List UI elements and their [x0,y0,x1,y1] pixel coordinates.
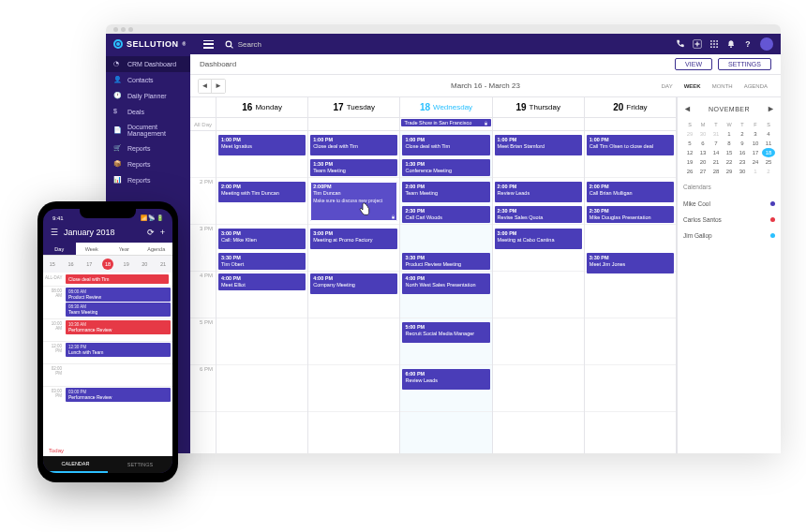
mini-day[interactable]: 14 [709,148,723,157]
calendar-event[interactable]: 3:30 PMTim Obert [218,253,306,270]
mini-day[interactable]: 29 [683,129,696,139]
mini-day[interactable]: 4 [762,129,775,139]
mini-day[interactable]: 7 [709,139,723,148]
user-avatar[interactable] [760,37,773,51]
phone-bottom-tab-settings[interactable]: SETTINGS [108,456,172,473]
mini-day[interactable]: 25 [762,157,775,167]
mini-day[interactable]: 27 [696,167,709,176]
calendar-event[interactable]: 3:00 PMCall: Mike Klien [218,229,306,249]
phone-day-17[interactable]: 17 [83,261,95,267]
calendar-event[interactable]: 1:00 PMMeet Ignatius [218,135,306,155]
menu-toggle-icon[interactable] [203,40,214,49]
mini-day[interactable]: 16 [736,148,749,157]
calendar-event[interactable]: 1:30 PMConference Meeting [402,159,489,176]
view-button[interactable]: VIEW [675,58,712,70]
phone-event[interactable]: 03:00 PMPerformance Review [66,388,171,402]
calendar-event[interactable]: 2:30 PMCall Carl Woods [402,206,489,223]
time-grid[interactable]: 2 PM3 PM4 PM5 PM6 PM 1:00 PMMeet Ignatiu… [190,131,677,453]
calendar-event[interactable]: 1:00 PMClose deal with Tim [402,135,489,155]
calendar-event[interactable]: 2:00 PMCall Brian Mulligan [587,182,674,202]
day-col-mon[interactable]: 1:00 PMMeet Ignatius2:00 PMMeeting with … [216,131,308,453]
phone-allday-event[interactable]: Close deal with Tim [66,274,169,284]
calendar-event[interactable]: 2:00 PMMeeting with Tim Duncan [218,182,306,202]
mini-day[interactable]: 13 [696,148,709,157]
allday-cell[interactable] [308,118,400,130]
mini-day[interactable]: 24 [749,157,762,167]
calendar-event[interactable]: 2:30 PMMike Douglas Presentation [587,206,674,223]
phone-add-icon[interactable]: + [160,228,165,237]
phone-day-20[interactable]: 20 [139,261,150,267]
mini-day[interactable]: 2 [736,129,749,139]
mini-day[interactable]: 22 [723,157,736,167]
calendar-event[interactable]: 2:00 PMReview Leads [495,182,582,202]
day-col-thu[interactable]: 1:00 PMMeet Brian Stamford2:00 PMReview … [493,131,585,453]
calendar-event[interactable]: 3:30 PMMeet Jim Jones [587,253,674,273]
mini-day[interactable]: 12 [683,148,696,157]
calendar-event[interactable]: 6:00 PMReview Leads [402,369,489,390]
phone-tab-day[interactable]: Day [43,243,76,255]
mini-day[interactable]: 3 [749,129,762,139]
calendar-event[interactable]: 3:00 PMMeeting at Cabo Cantina [495,229,582,249]
phone-today-link[interactable]: Today [43,445,172,456]
calendar-event[interactable]: 4:00 PMMeet Elliot [218,273,306,290]
settings-button[interactable]: SETTINGS [718,58,771,70]
prev-range-button[interactable]: ◄ [199,80,212,93]
calendar-event[interactable]: 3:30 PMProduct Review Meeting [402,253,489,270]
calendar-event[interactable]: 1:30 PMTeam Meeting [310,159,397,176]
mini-day[interactable]: 2 [762,167,775,176]
sidebar-item-deals[interactable]: $Deals [106,104,190,120]
mini-day[interactable]: 30 [696,129,709,139]
calendar-event[interactable]: 4:00 PMNorth West Sales Presentation [402,273,489,294]
mini-day[interactable]: 23 [736,157,749,167]
sidebar-item-daily-planner[interactable]: 🕐Daily Planner [106,88,190,104]
mini-day[interactable]: 29 [723,167,736,176]
mini-day[interactable]: 30 [736,167,749,176]
view-tab-week[interactable]: WEEK [679,80,707,93]
mini-day[interactable]: 19 [683,157,696,167]
add-icon[interactable] [693,39,702,49]
phone-day-18[interactable]: 18 [102,259,113,270]
day-header-tuesday[interactable]: 17 Tuesday [308,97,400,117]
mini-day[interactable]: 26 [683,167,696,176]
mini-day[interactable]: 18 [762,148,775,157]
sidebar-item-reports[interactable]: 📊Reports [106,172,190,188]
sidebar-item-reports[interactable]: 🛒Reports [106,140,190,156]
phone-event[interactable]: 10:30 AMPerformance Review [66,320,171,334]
phone-tab-agenda[interactable]: Agenda [141,243,173,255]
calendar-event[interactable]: 1:00 PMMeet Brian Stamford [495,135,582,155]
phone-event[interactable]: 12:30 PMLunch with Team [66,343,171,357]
apps-icon[interactable] [709,39,719,49]
mini-day[interactable]: 17 [749,148,762,157]
day-header-wednesday[interactable]: 18 Wednesday [400,97,492,117]
search-box[interactable] [225,40,676,49]
calendar-event[interactable]: 3:00 PMMeeting at Promo Factory [310,229,397,249]
phone-bottom-tab-calendar[interactable]: CALENDAR [43,456,108,473]
mini-day[interactable]: 8 [723,139,736,148]
day-col-fri[interactable]: 1:00 PMCall Tim Olsen to close deal2:00 … [585,131,677,453]
allday-cell[interactable] [493,118,585,130]
phone-day-16[interactable]: 16 [66,261,77,267]
calendar-filter-item[interactable]: Mike Cool [683,196,775,212]
view-tab-day[interactable]: DAY [656,80,679,93]
sidebar-item-crm-dashboard[interactable]: ◔CRM Dashboard [106,56,190,72]
mini-day[interactable]: 5 [683,139,696,148]
mini-day[interactable]: 31 [709,129,723,139]
phone-event-list[interactable]: ALL-DAY Close deal with Tim 08:00 AM08:0… [43,273,172,445]
mini-day[interactable]: 28 [709,167,723,176]
phone-day-15[interactable]: 15 [47,261,58,267]
mini-next-button[interactable]: ► [767,104,775,113]
phone-day-19[interactable]: 19 [121,261,132,267]
phone-event[interactable]: 08:00 AMProduct Review [66,288,171,302]
help-icon[interactable]: ? [743,39,753,49]
calendar-filter-item[interactable]: Carlos Santos [683,212,775,228]
phone-sync-icon[interactable]: ⟳ [147,228,155,237]
calendar-event[interactable]: 2:00PMTim DuncanMake sure to discuss new… [310,182,397,221]
day-col-wed[interactable]: 1:00 PMClose deal with Tim1:30 PMConfere… [400,131,492,453]
view-tab-month[interactable]: MONTH [707,80,739,93]
day-col-tue[interactable]: 1:00 PMClose deal with Tim1:30 PMTeam Me… [308,131,400,453]
mini-day[interactable]: 9 [736,139,749,148]
mini-day[interactable]: 21 [709,157,723,167]
mini-day[interactable]: 11 [762,139,775,148]
day-header-friday[interactable]: 20 Friday [585,97,677,117]
phone-tab-year[interactable]: Year [108,243,141,255]
